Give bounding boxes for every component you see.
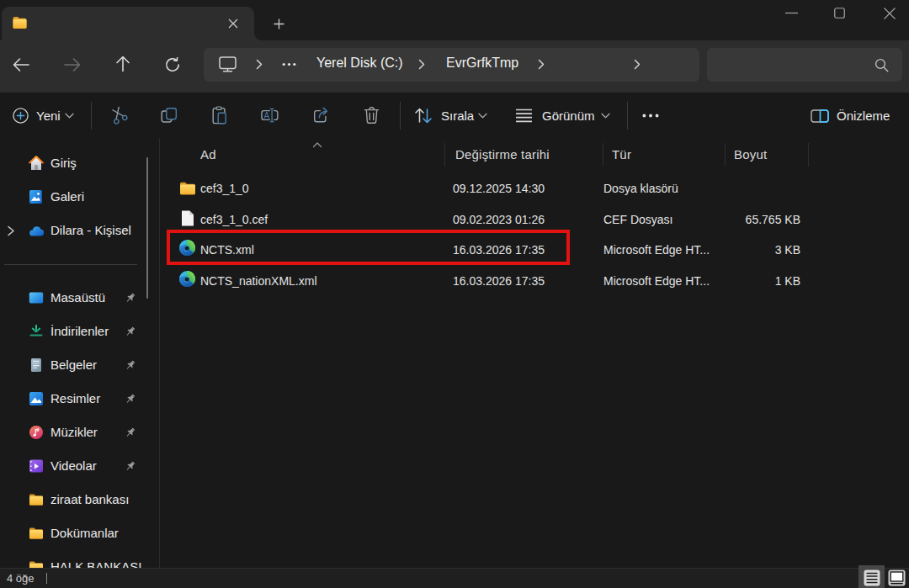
svg-text:A: A bbox=[264, 111, 270, 120]
